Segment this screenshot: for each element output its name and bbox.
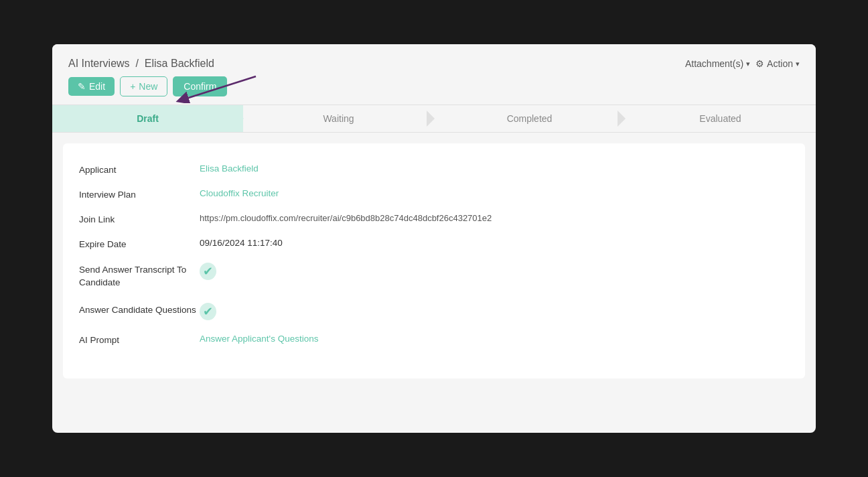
content-area: Applicant Elisa Backfield Interview Plan…: [63, 143, 805, 379]
breadcrumb-separator: /: [135, 58, 138, 69]
status-step-draft[interactable]: Draft: [52, 105, 243, 132]
breadcrumb: AI Interviews / Elisa Backfield: [68, 58, 214, 70]
page-container: AI Interviews / Elisa Backfield Attachme…: [52, 44, 816, 433]
new-plus-icon: +: [130, 81, 135, 92]
ai-prompt-label: AI Prompt: [79, 334, 200, 345]
field-row-ai-prompt: AI Prompt Answer Applicant's Questions: [79, 334, 789, 345]
field-row-join-link: Join Link https://pm.cloudoffix.com/recr…: [79, 213, 789, 224]
applicant-value[interactable]: Elisa Backfield: [200, 163, 259, 174]
expire-date-value: 09/16/2024 11:17:40: [200, 238, 283, 248]
status-evaluated-label: Evaluated: [699, 113, 741, 124]
edit-label: Edit: [89, 81, 105, 92]
header-actions: Attachment(s) ▾ ⚙ Action ▾: [685, 58, 800, 69]
header: AI Interviews / Elisa Backfield Attachme…: [52, 44, 816, 96]
expire-date-label: Expire Date: [79, 238, 200, 249]
confirm-button[interactable]: Confirm: [173, 76, 227, 96]
answer-candidate-label: Answer Candidate Questions: [79, 303, 200, 317]
status-step-waiting[interactable]: Waiting: [243, 105, 434, 132]
status-completed-label: Completed: [507, 113, 553, 124]
breadcrumb-current: Elisa Backfield: [145, 58, 214, 69]
join-link-value: https://pm.cloudoffix.com/recruiter/ai/c…: [200, 213, 492, 223]
action-chevron-icon: ▾: [796, 60, 800, 68]
status-draft-label: Draft: [137, 113, 159, 124]
field-row-send-transcript: Send Answer Transcript To Candidate ✔: [79, 263, 789, 289]
interview-plan-value[interactable]: Cloudoffix Recruiter: [200, 188, 279, 198]
breadcrumb-row: AI Interviews / Elisa Backfield Attachme…: [68, 58, 800, 70]
send-transcript-check-icon: ✔: [200, 263, 216, 280]
field-row-interview-plan: Interview Plan Cloudoffix Recruiter: [79, 188, 789, 200]
status-bar: Draft Waiting Completed Evaluated: [52, 105, 816, 133]
breadcrumb-parent[interactable]: AI Interviews: [68, 58, 130, 69]
ai-prompt-value[interactable]: Answer Applicant's Questions: [200, 334, 318, 344]
interview-plan-label: Interview Plan: [79, 188, 200, 200]
attachment-label: Attachment(s): [685, 58, 743, 69]
action-button[interactable]: ⚙ Action ▾: [755, 58, 800, 69]
edit-icon: ✎: [78, 81, 86, 92]
status-step-evaluated[interactable]: Evaluated: [625, 105, 816, 132]
send-transcript-label: Send Answer Transcript To Candidate: [79, 263, 200, 289]
toolbar-row: ✎ Edit + New Confirm: [68, 76, 800, 96]
confirm-label: Confirm: [184, 81, 216, 92]
new-label: New: [139, 81, 157, 92]
new-button[interactable]: + New: [120, 76, 167, 96]
attachment-button[interactable]: Attachment(s) ▾: [685, 58, 750, 69]
attachment-chevron-icon: ▾: [746, 60, 750, 68]
action-gear-icon: ⚙: [755, 58, 764, 69]
answer-candidate-check-icon: ✔: [200, 303, 216, 320]
field-row-applicant: Applicant Elisa Backfield: [79, 163, 789, 175]
status-waiting-label: Waiting: [323, 113, 354, 124]
applicant-label: Applicant: [79, 163, 200, 175]
field-row-expire-date: Expire Date 09/16/2024 11:17:40: [79, 238, 789, 249]
edit-button[interactable]: ✎ Edit: [68, 77, 115, 96]
action-label: Action: [767, 58, 793, 69]
field-row-answer-candidate: Answer Candidate Questions ✔: [79, 303, 789, 320]
join-link-label: Join Link: [79, 213, 200, 224]
status-step-completed[interactable]: Completed: [434, 105, 625, 132]
